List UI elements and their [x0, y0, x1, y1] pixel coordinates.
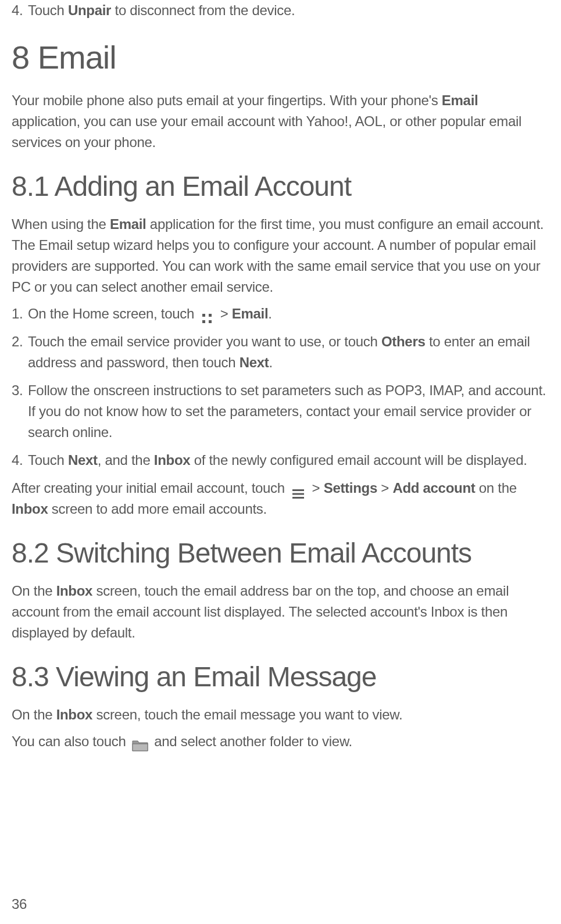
text-suffix: application, you can use your email acco…: [12, 113, 521, 150]
text-bold: Unpair: [68, 2, 111, 18]
svg-rect-5: [292, 493, 304, 495]
step-number: 1.: [12, 303, 28, 324]
text-mid: , and the: [98, 452, 154, 468]
section-8-1-after: After creating your initial email accoun…: [12, 478, 549, 520]
page-number: 36: [12, 896, 27, 912]
step-text: Touch Unpair to disconnect from the devi…: [28, 0, 549, 21]
chapter-intro: Your mobile phone also puts email at you…: [12, 90, 549, 153]
text-mid-2: >: [377, 480, 392, 496]
text-bold-2: Inbox: [154, 452, 191, 468]
text-bold-2: Next: [240, 354, 269, 370]
text-suffix: of the newly configured email account wi…: [190, 452, 527, 468]
text-prefix: After creating your initial email accoun…: [12, 480, 288, 496]
section-8-2-body: On the Inbox screen, touch the email add…: [12, 581, 549, 643]
text-prefix: Touch: [28, 452, 68, 468]
svg-rect-4: [292, 489, 304, 491]
svg-rect-0: [202, 314, 205, 317]
step-text: Touch Next, and the Inbox of the newly c…: [28, 450, 549, 471]
step-number: 4.: [12, 0, 28, 21]
step-2: 2. Touch the email service provider you …: [12, 331, 549, 373]
step-4: 4. Touch Next, and the Inbox of the newl…: [12, 450, 549, 471]
section-heading-8-3: 8.3 Viewing an Email Message: [12, 661, 549, 693]
step-3: 3. Follow the onscreen instructions to s…: [12, 380, 549, 443]
text-suffix: and select another folder to view.: [151, 733, 352, 749]
text-bold: Email: [232, 306, 269, 321]
text-bold: Next: [68, 452, 98, 468]
step-text: Follow the onscreen instructions to set …: [28, 380, 549, 443]
step-unpair: 4. Touch Unpair to disconnect from the d…: [12, 0, 549, 21]
folder-icon: [132, 736, 148, 749]
svg-rect-1: [209, 314, 212, 317]
text-prefix: On the Home screen, touch: [28, 306, 198, 321]
text-bold: Settings: [324, 480, 377, 496]
text-bold: Inbox: [56, 707, 93, 722]
svg-rect-6: [292, 497, 304, 499]
section-8-3-line-2: You can also touch and select another fo…: [12, 731, 549, 752]
text-suffix: .: [269, 354, 273, 370]
text-suffix: to disconnect from the device.: [111, 2, 295, 18]
text-mid: >: [308, 480, 323, 496]
text-mid-3: on the: [475, 480, 516, 496]
svg-rect-7: [133, 744, 148, 751]
svg-rect-2: [202, 320, 205, 323]
text-prefix: When using the: [12, 216, 110, 232]
text-bold: Inbox: [56, 583, 93, 599]
text-bold-3: Inbox: [12, 501, 48, 517]
chapter-heading: 8 Email: [12, 38, 549, 76]
step-number: 4.: [12, 450, 28, 471]
text-prefix: Touch: [28, 2, 68, 18]
text-bold-2: Add account: [392, 480, 475, 496]
text-bold: Email: [442, 92, 478, 108]
text-bold: Email: [110, 216, 146, 232]
text-bold: Others: [381, 334, 426, 349]
step-number: 3.: [12, 380, 28, 443]
text-suffix: .: [268, 306, 271, 321]
step-text: On the Home screen, touch > Email.: [28, 303, 549, 324]
text-prefix: Your mobile phone also puts email at you…: [12, 92, 442, 108]
step-text: Touch the email service provider you wan…: [28, 331, 549, 373]
text-mid: >: [216, 306, 231, 321]
text-prefix: Touch the email service provider you wan…: [28, 334, 381, 349]
text-suffix: screen to add more email accounts.: [48, 501, 267, 517]
step-1: 1. On the Home screen, touch > Email.: [12, 303, 549, 324]
section-8-3-line-1: On the Inbox screen, touch the email mes…: [12, 704, 549, 725]
text-prefix: On the: [12, 707, 56, 722]
step-list-8-1: 1. On the Home screen, touch > Email. 2.…: [12, 303, 549, 471]
section-heading-8-2: 8.2 Switching Between Email Accounts: [12, 537, 549, 569]
text-prefix: You can also touch: [12, 733, 130, 749]
step-number: 2.: [12, 331, 28, 373]
svg-rect-3: [209, 320, 212, 323]
menu-icon: [292, 484, 305, 495]
section-8-1-intro: When using the Email application for the…: [12, 214, 549, 298]
section-heading-8-1: 8.1 Adding an Email Account: [12, 170, 549, 202]
text-prefix: On the: [12, 583, 56, 599]
text-suffix: screen, touch the email message you want…: [92, 707, 402, 722]
apps-grid-icon: [201, 309, 213, 321]
